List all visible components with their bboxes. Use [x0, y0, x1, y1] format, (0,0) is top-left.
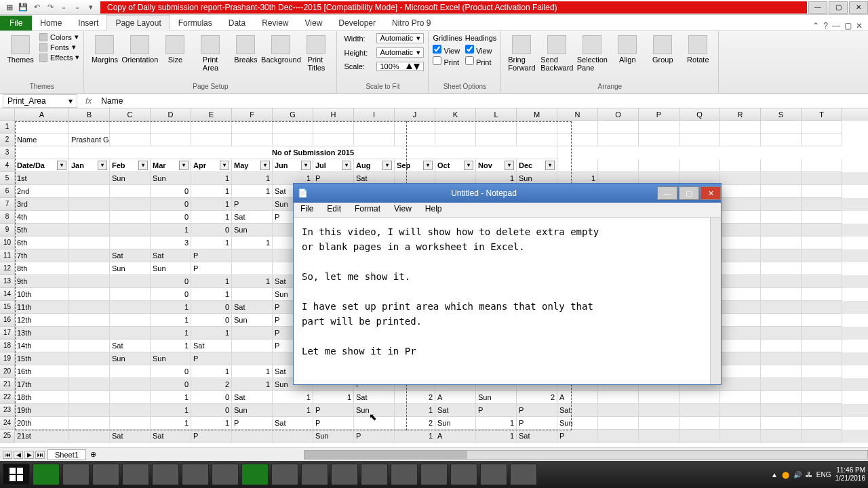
cell[interactable]: [69, 198, 110, 211]
cell[interactable]: 1: [151, 327, 191, 340]
cell[interactable]: Sat: [191, 340, 232, 352]
cell[interactable]: [761, 275, 802, 288]
cell[interactable]: P: [191, 249, 232, 262]
cell[interactable]: [110, 327, 151, 340]
cell[interactable]: 0: [191, 224, 232, 237]
cell[interactable]: [69, 352, 110, 365]
cell[interactable]: [761, 134, 802, 146]
cell[interactable]: [720, 134, 761, 146]
win-close-icon[interactable]: ✕: [856, 21, 863, 30]
cell[interactable]: [679, 391, 720, 404]
fonts-button[interactable]: Fonts ▾: [39, 43, 79, 52]
cell[interactable]: [679, 430, 720, 443]
cell[interactable]: [354, 417, 395, 430]
row-header[interactable]: 15: [0, 301, 15, 314]
cell[interactable]: Sun: [151, 262, 191, 275]
group-button[interactable]: Group: [646, 33, 679, 66]
cell[interactable]: [110, 211, 151, 224]
cell[interactable]: Sun: [435, 417, 476, 430]
cell[interactable]: Sat: [151, 430, 191, 443]
taskbar-app-icon[interactable]: [271, 464, 298, 485]
filter-header[interactable]: Mar▾: [151, 159, 191, 172]
cell[interactable]: [517, 134, 557, 146]
cell[interactable]: [761, 237, 802, 249]
row-header[interactable]: 13: [0, 275, 15, 288]
effects-button[interactable]: Effects ▾: [39, 53, 79, 62]
cell[interactable]: [557, 134, 598, 146]
cell[interactable]: 2: [517, 391, 557, 404]
tab-formulas[interactable]: Formulas: [170, 16, 220, 30]
cell[interactable]: P: [313, 417, 354, 430]
cell[interactable]: [598, 417, 639, 430]
cell[interactable]: 14th: [15, 340, 69, 352]
cell[interactable]: [110, 365, 151, 378]
cell[interactable]: [802, 391, 842, 404]
cell[interactable]: [802, 327, 842, 340]
cell[interactable]: [110, 134, 151, 146]
tray-lang[interactable]: ENG: [816, 471, 831, 479]
horizontal-scrollbar[interactable]: [304, 450, 868, 460]
column-header[interactable]: F: [232, 108, 273, 121]
sheet-nav-last[interactable]: ⏭: [35, 451, 45, 459]
file-tab[interactable]: File: [0, 16, 32, 30]
cell[interactable]: [720, 198, 761, 211]
cell[interactable]: 2: [191, 378, 232, 391]
row-header[interactable]: 25: [0, 430, 15, 443]
cell[interactable]: [679, 134, 720, 146]
filter-header[interactable]: Sep▾: [395, 159, 435, 172]
filter-header[interactable]: May▾: [232, 159, 273, 172]
cell[interactable]: [69, 417, 110, 430]
cell[interactable]: [679, 159, 720, 172]
cell[interactable]: Sat: [232, 391, 273, 404]
cell[interactable]: [69, 237, 110, 249]
sheet-nav-next[interactable]: ▶: [24, 451, 34, 459]
cell[interactable]: Sat: [110, 340, 151, 352]
cell[interactable]: 18th: [15, 391, 69, 404]
qat-dropdown-icon[interactable]: ▾: [85, 2, 96, 13]
cell[interactable]: Sat: [110, 249, 151, 262]
filter-dropdown-icon[interactable]: ▾: [220, 161, 229, 170]
cell[interactable]: 1: [191, 275, 232, 288]
cell[interactable]: 1: [151, 301, 191, 314]
cell[interactable]: [598, 159, 639, 172]
tray-icon[interactable]: 🖧: [806, 471, 812, 479]
row-header[interactable]: 18: [0, 340, 15, 352]
scale-select[interactable]: 100%⯅⯆: [376, 62, 424, 71]
cell[interactable]: A: [557, 391, 598, 404]
notepad-scrollbar[interactable]: [710, 218, 721, 384]
breaks-button[interactable]: Breaks: [229, 33, 262, 66]
cell[interactable]: [639, 391, 679, 404]
help-icon[interactable]: ?: [823, 21, 828, 30]
cell[interactable]: [720, 378, 761, 391]
cell[interactable]: [720, 159, 761, 172]
filter-header[interactable]: Date/Da▾: [15, 159, 69, 172]
sendback-button[interactable]: Send Backward: [540, 33, 573, 75]
tray-clock[interactable]: 11:46 PM 1/21/2016: [835, 466, 866, 483]
cell[interactable]: 1: [191, 417, 232, 430]
filter-header[interactable]: Nov▾: [476, 159, 517, 172]
cell[interactable]: [476, 121, 517, 134]
column-header[interactable]: E: [191, 108, 232, 121]
cell[interactable]: [110, 378, 151, 391]
cell[interactable]: [720, 185, 761, 198]
cell[interactable]: 4th: [15, 211, 69, 224]
cell[interactable]: [761, 159, 802, 172]
cell[interactable]: Sat: [232, 211, 273, 224]
cell[interactable]: [598, 134, 639, 146]
cell[interactable]: 1: [151, 340, 191, 352]
notepad-max-button[interactable]: ▢: [679, 186, 699, 200]
cell[interactable]: [720, 314, 761, 327]
cell[interactable]: [15, 121, 69, 134]
column-header[interactable]: Q: [679, 108, 720, 121]
row-header[interactable]: 19: [0, 352, 15, 365]
cell[interactable]: 1: [151, 391, 191, 404]
cell[interactable]: [273, 430, 313, 443]
column-header[interactable]: P: [639, 108, 679, 121]
cell[interactable]: [761, 391, 802, 404]
cell[interactable]: P: [354, 430, 395, 443]
row-header[interactable]: 21: [0, 378, 15, 391]
themes-button[interactable]: Themes: [4, 33, 37, 66]
notepad-menu-item[interactable]: Format: [348, 203, 387, 217]
filter-dropdown-icon[interactable]: ▾: [301, 161, 311, 170]
cell[interactable]: [720, 327, 761, 340]
